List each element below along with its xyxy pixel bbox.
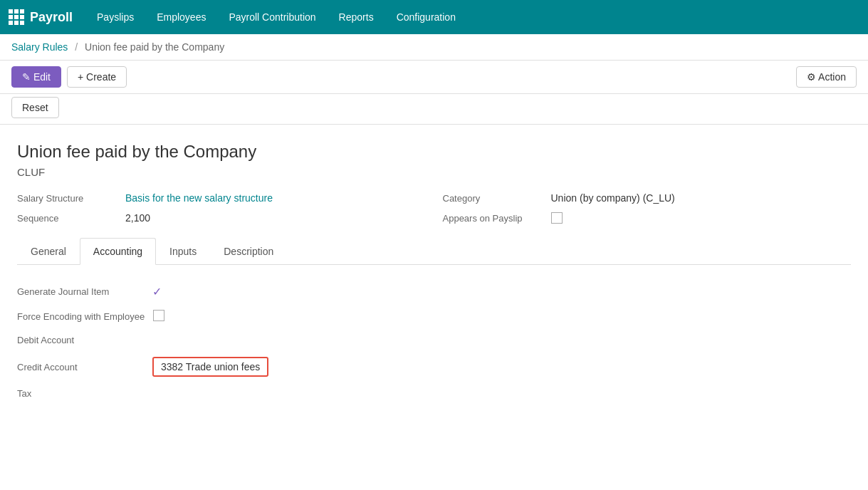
main-toolbar: ✎ Edit + Create ⚙ Action [0,61,868,94]
sequence-value: 2,100 [125,212,150,224]
breadcrumb-separator: / [75,41,78,53]
edit-button[interactable]: ✎ Edit [11,66,61,88]
tab-bar: General Accounting Inputs Description [17,238,851,265]
debit-account-label: Debit Account [17,335,152,345]
force-encoding-checkbox[interactable] [153,310,164,321]
record-code: CLUF [17,166,851,178]
credit-account-row: Credit Account 3382 Trade union fees [17,351,851,382]
top-navigation: Payroll Payslips Employees Payroll Contr… [0,0,868,34]
reset-button[interactable]: Reset [11,97,59,118]
nav-payslips[interactable]: Payslips [87,7,144,27]
credit-account-label: Credit Account [17,362,152,372]
tab-general[interactable]: General [17,238,80,265]
sequence-label: Sequence [17,213,117,224]
appears-on-payslip-checkbox[interactable] [551,212,563,224]
salary-structure-value[interactable]: Basis for the new salary structure [125,192,273,204]
category-field: Category Union (by company) (C_LU) [443,192,852,204]
tax-label: Tax [17,388,152,399]
appears-on-payslip-label: Appears on Payslip [443,213,543,224]
nav-menu: Payslips Employees Payroll Contribution … [87,7,466,27]
tax-row: Tax [17,382,851,405]
record-fields: Salary Structure Basis for the new salar… [17,192,851,224]
debit-account-row: Debit Account [17,329,851,351]
category-label: Category [443,193,543,204]
action-button[interactable]: ⚙ Action [796,66,857,88]
salary-structure-label: Salary Structure [17,193,117,204]
force-encoding-value[interactable] [153,310,851,323]
breadcrumb-current: Union fee paid by the Company [85,41,224,53]
create-button[interactable]: + Create [67,66,127,88]
app-brand[interactable]: Payroll [9,9,73,25]
tab-description[interactable]: Description [210,238,287,265]
record-title: Union fee paid by the Company [17,142,851,162]
appears-on-payslip-field: Appears on Payslip [443,212,852,224]
tab-inputs[interactable]: Inputs [156,238,210,265]
tab-accounting[interactable]: Accounting [80,238,156,265]
grid-icon [9,9,24,25]
nav-configuration[interactable]: Configuration [387,7,466,27]
generate-journal-row: Generate Journal Item ✓ [17,279,851,304]
generate-journal-label: Generate Journal Item [17,286,152,297]
generate-journal-checkmark: ✓ [152,286,162,298]
sequence-field: Sequence 2,100 [17,212,426,224]
force-encoding-row: Force Encoding with Employee [17,304,851,329]
credit-account-value: 3382 Trade union fees [161,361,260,372]
category-value: Union (by company) (C_LU) [551,192,675,204]
accounting-tab-content: Generate Journal Item ✓ Force Encoding w… [17,265,851,419]
reset-toolbar: Reset [0,94,868,124]
salary-structure-field: Salary Structure Basis for the new salar… [17,192,426,204]
nav-reports[interactable]: Reports [329,7,384,27]
main-content: Union fee paid by the Company CLUF Salar… [0,125,868,419]
app-name: Payroll [30,10,73,25]
nav-employees[interactable]: Employees [147,7,216,27]
breadcrumb-parent[interactable]: Salary Rules [11,41,68,53]
credit-account-highlight[interactable]: 3382 Trade union fees [152,357,268,377]
nav-payroll-contribution[interactable]: Payroll Contribution [219,7,325,27]
generate-journal-value[interactable]: ✓ [152,285,851,298]
breadcrumb: Salary Rules / Union fee paid by the Com… [0,34,868,61]
force-encoding-label: Force Encoding with Employee [17,311,153,322]
